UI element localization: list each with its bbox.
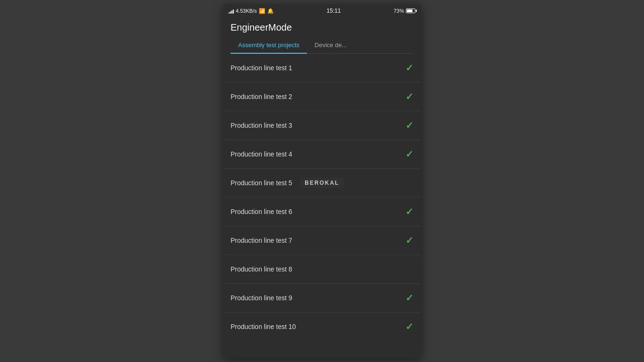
status-left: 4.53KB/s 📶 🔔 [229,8,274,14]
alarm-icon: 🔔 [267,8,274,14]
list-item[interactable]: Production line test 8 ✓ [223,255,421,284]
network-speed: 4.53KB/s [236,8,257,14]
battery-fill [407,9,413,12]
list-item[interactable]: Production line test 9 ✓ [223,284,421,313]
check-icon-7: ✓ [405,235,413,246]
phone-frame: 4.53KB/s 📶 🔔 15:11 73% EngineerMode Asse… [223,4,421,358]
item-label-1: Production line test 1 [231,64,292,72]
tabs-container: Assembly test projects Device de... [231,37,413,54]
tab-device[interactable]: Device de... [307,37,355,53]
signal-bar-3 [231,10,232,14]
list-item[interactable]: Production line test 1 ✓ [223,54,421,82]
signal-bar-2 [230,11,231,14]
watermark: BEROKAL [300,178,344,188]
status-right: 73% [394,8,415,14]
tab-assembly[interactable]: Assembly test projects [231,37,307,53]
item-label-9: Production line test 9 [231,294,292,302]
item-label-7: Production line test 7 [231,237,292,244]
check-icon-6: ✓ [405,206,413,217]
wifi-icon: 📶 [259,8,265,14]
check-icon-2: ✓ [405,91,413,102]
app-header: EngineerMode Assembly test projects Devi… [223,17,421,54]
signal-icon [229,8,234,14]
check-icon-1: ✓ [405,62,413,74]
list-item[interactable]: Production line test 10 ✓ [223,313,421,341]
list-item[interactable]: Production line test 6 ✓ [223,197,421,226]
check-icon-3: ✓ [405,120,413,131]
item-label-10: Production line test 10 [231,323,296,330]
item-label-2: Production line test 2 [231,93,292,100]
list-item[interactable]: Production line test 4 ✓ [223,140,421,169]
list-item[interactable]: Production line test 3 ✓ [223,111,421,140]
list-item[interactable]: Production line test 7 ✓ [223,226,421,255]
item-label-6: Production line test 6 [231,208,292,215]
status-bar: 4.53KB/s 📶 🔔 15:11 73% [223,4,421,17]
item-label-4: Production line test 4 [231,150,292,158]
item-label-3: Production line test 3 [231,122,292,129]
app-title: EngineerMode [231,22,413,33]
check-icon-9: ✓ [405,292,413,304]
item-label-5: Production line test 5 [231,179,292,187]
signal-bar-1 [229,12,230,14]
battery-icon [406,8,415,13]
list-item[interactable]: Production line test 2 ✓ [223,82,421,111]
check-icon-4: ✓ [405,148,413,160]
check-icon-10: ✓ [405,321,413,332]
item-label-8: Production line test 8 [231,265,292,273]
content-wrapper: Production line test 1 ✓ Production line… [223,54,421,341]
signal-bar-4 [233,9,234,14]
status-time: 15:11 [327,8,341,14]
content-area[interactable]: Production line test 1 ✓ Production line… [223,54,421,358]
battery-percent: 73% [394,8,404,14]
list-item[interactable]: Production line test 5 ✓ BEROKAL [223,169,421,197]
